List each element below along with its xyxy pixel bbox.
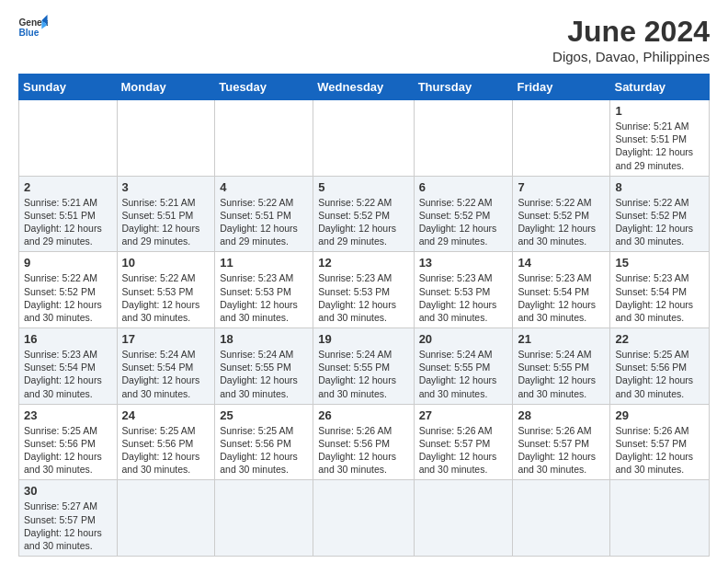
day-info: Sunrise: 5:25 AM Sunset: 5:56 PM Dayligh… <box>122 424 210 477</box>
calendar-cell: 20Sunrise: 5:24 AM Sunset: 5:55 PM Dayli… <box>414 328 513 405</box>
calendar-cell: 18Sunrise: 5:24 AM Sunset: 5:55 PM Dayli… <box>215 328 313 405</box>
calendar-cell: 29Sunrise: 5:26 AM Sunset: 5:57 PM Dayli… <box>610 404 710 480</box>
calendar-week-row: 9Sunrise: 5:22 AM Sunset: 5:52 PM Daylig… <box>19 252 710 328</box>
day-number: 5 <box>318 180 408 194</box>
day-number: 1 <box>615 104 704 118</box>
day-info: Sunrise: 5:24 AM Sunset: 5:55 PM Dayligh… <box>220 348 308 400</box>
day-info: Sunrise: 5:21 AM Sunset: 5:51 PM Dayligh… <box>615 120 704 172</box>
calendar-cell: 11Sunrise: 5:23 AM Sunset: 5:53 PM Dayli… <box>215 252 313 328</box>
calendar-cell <box>513 100 610 177</box>
weekday-header-tuesday: Tuesday <box>215 75 313 100</box>
day-number: 27 <box>419 408 508 422</box>
day-info: Sunrise: 5:27 AM Sunset: 5:57 PM Dayligh… <box>24 500 112 552</box>
day-number: 4 <box>220 180 308 194</box>
day-number: 28 <box>518 408 605 422</box>
calendar-cell <box>117 100 215 177</box>
day-info: Sunrise: 5:23 AM Sunset: 5:54 PM Dayligh… <box>615 271 704 324</box>
weekday-header-thursday: Thursday <box>414 75 513 100</box>
calendar-cell: 6Sunrise: 5:22 AM Sunset: 5:52 PM Daylig… <box>414 176 513 252</box>
day-info: Sunrise: 5:24 AM Sunset: 5:55 PM Dayligh… <box>518 348 605 400</box>
day-number: 8 <box>615 180 704 194</box>
day-info: Sunrise: 5:25 AM Sunset: 5:56 PM Dayligh… <box>220 424 308 477</box>
day-number: 6 <box>419 180 508 194</box>
day-info: Sunrise: 5:26 AM Sunset: 5:57 PM Dayligh… <box>518 424 605 477</box>
day-info: Sunrise: 5:22 AM Sunset: 5:52 PM Dayligh… <box>615 196 704 248</box>
day-number: 16 <box>24 332 112 346</box>
calendar-cell: 16Sunrise: 5:23 AM Sunset: 5:54 PM Dayli… <box>19 328 118 405</box>
day-number: 24 <box>122 408 210 422</box>
day-number: 2 <box>24 180 112 194</box>
day-info: Sunrise: 5:22 AM Sunset: 5:51 PM Dayligh… <box>220 196 308 248</box>
day-info: Sunrise: 5:22 AM Sunset: 5:52 PM Dayligh… <box>518 196 605 248</box>
day-number: 14 <box>518 256 605 270</box>
weekday-header-row: SundayMondayTuesdayWednesdayThursdayFrid… <box>19 75 710 100</box>
day-info: Sunrise: 5:23 AM Sunset: 5:53 PM Dayligh… <box>318 271 408 324</box>
day-number: 25 <box>220 408 308 422</box>
day-info: Sunrise: 5:23 AM Sunset: 5:53 PM Dayligh… <box>220 271 308 324</box>
calendar-cell <box>414 480 513 557</box>
calendar-cell: 27Sunrise: 5:26 AM Sunset: 5:57 PM Dayli… <box>414 404 513 480</box>
calendar-cell: 15Sunrise: 5:23 AM Sunset: 5:54 PM Dayli… <box>610 252 710 328</box>
calendar-cell: 3Sunrise: 5:21 AM Sunset: 5:51 PM Daylig… <box>117 176 215 252</box>
day-info: Sunrise: 5:24 AM Sunset: 5:55 PM Dayligh… <box>419 348 508 400</box>
day-info: Sunrise: 5:26 AM Sunset: 5:57 PM Dayligh… <box>615 424 704 477</box>
day-number: 29 <box>615 408 704 422</box>
day-info: Sunrise: 5:22 AM Sunset: 5:52 PM Dayligh… <box>24 271 112 324</box>
calendar-cell: 5Sunrise: 5:22 AM Sunset: 5:52 PM Daylig… <box>313 176 414 252</box>
day-number: 7 <box>518 180 605 194</box>
calendar-cell <box>313 480 414 557</box>
calendar-cell: 22Sunrise: 5:25 AM Sunset: 5:56 PM Dayli… <box>610 328 710 405</box>
calendar-cell: 14Sunrise: 5:23 AM Sunset: 5:54 PM Dayli… <box>513 252 610 328</box>
day-info: Sunrise: 5:24 AM Sunset: 5:55 PM Dayligh… <box>318 348 408 400</box>
day-info: Sunrise: 5:21 AM Sunset: 5:51 PM Dayligh… <box>24 196 112 248</box>
day-number: 12 <box>318 256 408 270</box>
calendar-cell: 9Sunrise: 5:22 AM Sunset: 5:52 PM Daylig… <box>19 252 118 328</box>
day-number: 3 <box>122 180 210 194</box>
calendar-cell: 7Sunrise: 5:22 AM Sunset: 5:52 PM Daylig… <box>513 176 610 252</box>
calendar-cell: 13Sunrise: 5:23 AM Sunset: 5:53 PM Dayli… <box>414 252 513 328</box>
calendar-week-row: 23Sunrise: 5:25 AM Sunset: 5:56 PM Dayli… <box>19 404 710 480</box>
calendar-cell: 21Sunrise: 5:24 AM Sunset: 5:55 PM Dayli… <box>513 328 610 405</box>
page-header: General Blue June 2024 Digos, Davao, Phi… <box>18 15 710 64</box>
day-number: 20 <box>419 332 508 346</box>
day-info: Sunrise: 5:22 AM Sunset: 5:52 PM Dayligh… <box>419 196 508 248</box>
day-number: 23 <box>24 408 112 422</box>
calendar-cell <box>610 480 710 557</box>
logo-icon: General Blue <box>18 15 48 40</box>
weekday-header-monday: Monday <box>117 75 215 100</box>
weekday-header-sunday: Sunday <box>19 75 118 100</box>
day-info: Sunrise: 5:23 AM Sunset: 5:54 PM Dayligh… <box>518 271 605 324</box>
calendar-cell <box>19 100 118 177</box>
calendar-week-row: 2Sunrise: 5:21 AM Sunset: 5:51 PM Daylig… <box>19 176 710 252</box>
calendar-cell: 1Sunrise: 5:21 AM Sunset: 5:51 PM Daylig… <box>610 100 710 177</box>
calendar-cell: 12Sunrise: 5:23 AM Sunset: 5:53 PM Dayli… <box>313 252 414 328</box>
day-number: 18 <box>220 332 308 346</box>
day-number: 21 <box>518 332 605 346</box>
calendar-cell: 23Sunrise: 5:25 AM Sunset: 5:56 PM Dayli… <box>19 404 118 480</box>
svg-text:Blue: Blue <box>18 28 39 38</box>
weekday-header-friday: Friday <box>513 75 610 100</box>
day-info: Sunrise: 5:26 AM Sunset: 5:56 PM Dayligh… <box>318 424 408 477</box>
day-number: 11 <box>220 256 308 270</box>
calendar-subtitle: Digos, Davao, Philippines <box>552 49 710 64</box>
day-info: Sunrise: 5:24 AM Sunset: 5:54 PM Dayligh… <box>122 348 210 400</box>
calendar-cell <box>513 480 610 557</box>
day-info: Sunrise: 5:21 AM Sunset: 5:51 PM Dayligh… <box>122 196 210 248</box>
title-block: June 2024 Digos, Davao, Philippines <box>552 15 710 64</box>
day-info: Sunrise: 5:22 AM Sunset: 5:52 PM Dayligh… <box>318 196 408 248</box>
calendar-cell <box>215 100 313 177</box>
calendar-cell <box>117 480 215 557</box>
calendar-table: SundayMondayTuesdayWednesdayThursdayFrid… <box>18 74 710 557</box>
day-number: 10 <box>122 256 210 270</box>
calendar-week-row: 30Sunrise: 5:27 AM Sunset: 5:57 PM Dayli… <box>19 480 710 557</box>
calendar-cell <box>215 480 313 557</box>
calendar-cell: 30Sunrise: 5:27 AM Sunset: 5:57 PM Dayli… <box>19 480 118 557</box>
day-info: Sunrise: 5:23 AM Sunset: 5:54 PM Dayligh… <box>24 348 112 400</box>
calendar-cell: 28Sunrise: 5:26 AM Sunset: 5:57 PM Dayli… <box>513 404 610 480</box>
day-info: Sunrise: 5:25 AM Sunset: 5:56 PM Dayligh… <box>24 424 112 477</box>
weekday-header-wednesday: Wednesday <box>313 75 414 100</box>
calendar-week-row: 16Sunrise: 5:23 AM Sunset: 5:54 PM Dayli… <box>19 328 710 405</box>
day-number: 19 <box>318 332 408 346</box>
calendar-cell: 8Sunrise: 5:22 AM Sunset: 5:52 PM Daylig… <box>610 176 710 252</box>
calendar-cell: 4Sunrise: 5:22 AM Sunset: 5:51 PM Daylig… <box>215 176 313 252</box>
